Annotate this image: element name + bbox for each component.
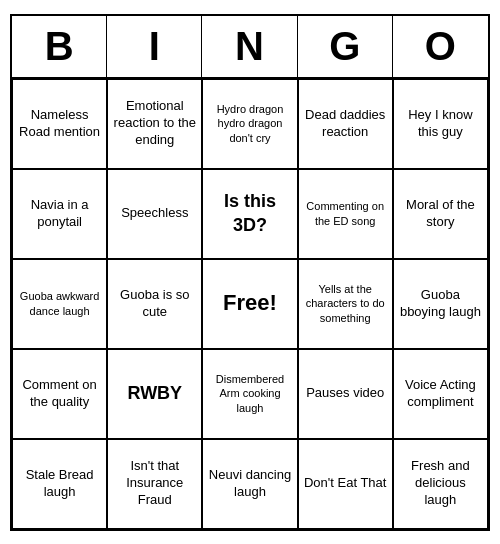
bingo-cell-12: Free!	[202, 259, 297, 349]
bingo-cell-23: Don't Eat That	[298, 439, 393, 529]
bingo-card: BINGO Nameless Road mentionEmotional rea…	[10, 14, 490, 531]
bingo-cell-1: Emotional reaction to the ending	[107, 79, 202, 169]
bingo-cell-3: Dead daddies reaction	[298, 79, 393, 169]
bingo-letter-i: I	[107, 16, 202, 77]
bingo-cell-5: Navia in a ponytail	[12, 169, 107, 259]
bingo-grid: Nameless Road mentionEmotional reaction …	[12, 79, 488, 529]
bingo-cell-18: Pauses video	[298, 349, 393, 439]
bingo-header: BINGO	[12, 16, 488, 79]
bingo-cell-17: Dismembered Arm cooking laugh	[202, 349, 297, 439]
bingo-cell-24: Fresh and delicious laugh	[393, 439, 488, 529]
bingo-cell-4: Hey I know this guy	[393, 79, 488, 169]
bingo-cell-8: Commenting on the ED song	[298, 169, 393, 259]
bingo-cell-2: Hydro dragon hydro dragon don't cry	[202, 79, 297, 169]
bingo-letter-n: N	[202, 16, 297, 77]
bingo-cell-15: Comment on the quality	[12, 349, 107, 439]
bingo-cell-0: Nameless Road mention	[12, 79, 107, 169]
bingo-cell-19: Voice Acting compliment	[393, 349, 488, 439]
bingo-cell-21: Isn't that Insurance Fraud	[107, 439, 202, 529]
bingo-cell-20: Stale Bread laugh	[12, 439, 107, 529]
bingo-cell-10: Guoba awkward dance laugh	[12, 259, 107, 349]
bingo-cell-14: Guoba bboying laugh	[393, 259, 488, 349]
bingo-cell-22: Neuvi dancing laugh	[202, 439, 297, 529]
bingo-letter-b: B	[12, 16, 107, 77]
bingo-cell-6: Speechless	[107, 169, 202, 259]
bingo-letter-g: G	[298, 16, 393, 77]
bingo-cell-16: RWBY	[107, 349, 202, 439]
bingo-cell-13: Yells at the characters to do something	[298, 259, 393, 349]
bingo-cell-9: Moral of the story	[393, 169, 488, 259]
bingo-letter-o: O	[393, 16, 488, 77]
bingo-cell-11: Guoba is so cute	[107, 259, 202, 349]
bingo-cell-7: Is this 3D?	[202, 169, 297, 259]
